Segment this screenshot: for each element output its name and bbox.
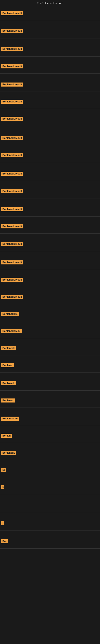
bottleneck-label: Bott <box>1 539 8 544</box>
bottleneck-item: Bottlene <box>1 363 14 368</box>
bottleneck-label: Bottleneck result <box>1 29 23 33</box>
divider <box>0 372 100 372</box>
divider <box>0 109 100 109</box>
divider <box>0 287 100 287</box>
bottleneck-label: Bottleneck result <box>1 153 23 157</box>
divider <box>0 92 100 92</box>
bottleneck-label: Bottleneck result <box>1 242 23 246</box>
bottleneck-item: | <box>1 521 4 526</box>
divider <box>0 162 100 163</box>
bottleneck-item: Bottleneck result <box>1 82 23 87</box>
bottleneck-label: Bottleneck <box>1 346 16 350</box>
bottleneck-item: Bottleneck re <box>1 416 19 422</box>
bottleneck-label: B <box>1 485 4 489</box>
header: TheBottlenecker.com <box>0 0 100 7</box>
bottleneck-label: Bottleneck result <box>1 207 23 211</box>
bottleneck-item: Bottleneck <box>1 451 16 456</box>
bottleneck-label: Bottleneck result <box>1 11 23 15</box>
divider <box>0 198 100 198</box>
bottleneck-label: Bottleneck result <box>1 64 23 68</box>
divider <box>0 216 100 216</box>
divider <box>0 443 100 443</box>
bottleneck-label: Bottleneck result <box>1 136 23 140</box>
bottleneck-item: Bottleneck result <box>1 224 23 229</box>
bottleneck-item: Bottleneck result <box>1 29 23 34</box>
bottleneck-item: Bottleneck result <box>1 242 23 247</box>
bottleneck-item: Bottleneck result <box>1 207 23 212</box>
divider <box>0 38 100 38</box>
divider <box>0 20 100 20</box>
bottleneck-label: Bottleneck result <box>1 189 23 193</box>
bottleneck-label: Bottleneck result <box>1 82 23 86</box>
bottleneck-item: Bottleneck result <box>1 172 23 176</box>
bottleneck-label: | <box>1 521 4 525</box>
divider <box>0 494 100 494</box>
bottleneck-item: Bottleneck result <box>1 153 23 158</box>
bottleneck-label: Bottlen <box>1 434 12 438</box>
bottleneck-label: Bottleneck re <box>1 312 19 316</box>
divider <box>0 512 100 512</box>
bottleneck-label: Bottleneck re <box>1 416 19 420</box>
bottleneck-item: Bottleneck result <box>1 64 23 69</box>
bottleneck-label: Bo <box>1 468 6 472</box>
bottleneck-label: Bottleneck result <box>1 278 23 282</box>
divider <box>0 477 100 477</box>
bottleneck-item: B <box>1 485 4 490</box>
bottleneck-label: Bottleneck <box>1 381 16 386</box>
divider <box>0 181 100 181</box>
bottleneck-item: Bottleneck result <box>1 117 23 122</box>
bottleneck-label: Bottleneck result <box>1 295 23 299</box>
bottleneck-item: Bottleneck result <box>1 295 23 300</box>
bottleneck-label: Bottleneck result <box>1 260 23 264</box>
divider <box>0 126 100 126</box>
bottleneck-item: Bottlen <box>1 434 12 438</box>
bottleneck-label: Bottleneck result <box>1 47 23 51</box>
bottleneck-label: Bottleneck result <box>1 100 23 104</box>
divider <box>0 355 100 356</box>
bottleneck-item: Bottleneck result <box>1 136 23 141</box>
bottleneck-item: Bottleneck <box>1 346 16 351</box>
bottleneck-item: Bottleneck resu <box>1 329 22 334</box>
divider <box>0 234 100 234</box>
bottleneck-item: Bottleneck <box>1 381 16 386</box>
bottleneck-label: Bottleneck result <box>1 172 23 176</box>
divider <box>0 56 100 56</box>
bottleneck-label: Bottleneck <box>1 451 16 455</box>
divider <box>0 408 100 408</box>
bottleneck-label: Bottleneck result <box>1 117 23 121</box>
bottleneck-item: Bott <box>1 539 8 544</box>
site-title: TheBottlenecker.com <box>0 0 100 7</box>
bottleneck-label: Bottlenec <box>1 398 15 402</box>
bottleneck-item: Bottleneck result <box>1 260 23 265</box>
bottleneck-item: Bottleneck result <box>1 278 23 282</box>
bottleneck-item: Bottleneck re <box>1 312 19 317</box>
divider <box>0 338 100 338</box>
divider <box>0 74 100 74</box>
bottleneck-label: Bottlene <box>1 363 14 367</box>
bottleneck-label: Bottleneck resu <box>1 329 22 333</box>
divider <box>0 530 100 530</box>
bottleneck-item: Bottleneck result <box>1 100 23 104</box>
bottleneck-label: Bottleneck result <box>1 224 23 228</box>
bottleneck-item: Bottlenec <box>1 398 15 403</box>
divider <box>0 460 100 460</box>
bottleneck-item: Bottleneck result <box>1 47 23 52</box>
divider <box>0 321 100 321</box>
divider <box>0 270 100 270</box>
divider <box>0 390 100 391</box>
bottleneck-item: Bottleneck result <box>1 189 23 194</box>
bottleneck-item: Bottleneck result <box>1 11 23 16</box>
bottleneck-item: Bo <box>1 468 6 473</box>
